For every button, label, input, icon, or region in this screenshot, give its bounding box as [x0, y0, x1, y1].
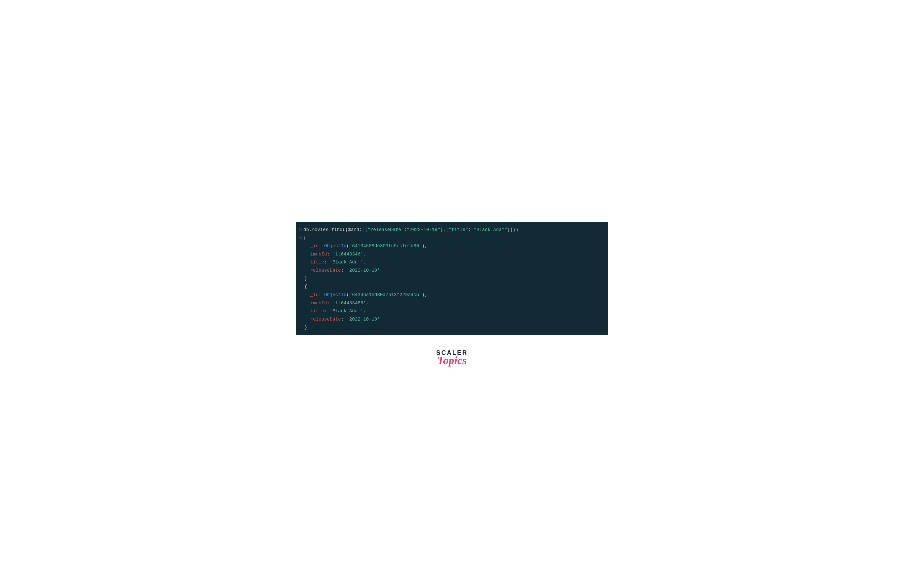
- query-string: "2022-10-19": [407, 227, 440, 232]
- result-field-id: _id: ObjectId("64346a1ed30a7513f229a4c5"…: [299, 291, 605, 299]
- paren-close: ): [422, 242, 425, 250]
- logo-line2: Topics: [437, 355, 466, 366]
- comma: ,: [425, 242, 428, 250]
- result-field-title: title: 'Black Adam',: [299, 307, 605, 315]
- field-key: imdbId: [310, 250, 327, 259]
- colon: :: [327, 250, 332, 259]
- comma: ,: [363, 258, 366, 266]
- brace-close: }: [304, 274, 307, 283]
- field-value: 'tt64433466': [332, 299, 366, 307]
- result-field-date: releaseDate: '2022-10-19': [299, 315, 605, 323]
- query-line: > db.movies.find({$and:[{"releaseDate":"…: [299, 226, 605, 234]
- colon: :: [327, 299, 332, 307]
- result-open-brace: < {: [299, 234, 605, 242]
- field-value: 'Black Adam': [330, 307, 363, 315]
- comma: ,: [363, 250, 366, 259]
- brace-close: }: [304, 323, 307, 331]
- colon: :: [319, 242, 324, 250]
- query-string: "releaseDate": [368, 227, 404, 232]
- field-value: 'tt6443346': [332, 250, 363, 259]
- result-close-brace: }: [299, 323, 605, 331]
- objectid-label: ObjectId: [324, 242, 347, 250]
- result-field-date: releaseDate: '2022-10-19': [299, 266, 605, 274]
- field-value: '2022-10-19': [347, 266, 380, 274]
- query-string: "title": [449, 227, 468, 232]
- query-segment: :: [404, 227, 407, 232]
- field-value: 'Black Adam': [330, 258, 363, 266]
- query-segment: :: [468, 227, 474, 232]
- colon: :: [324, 307, 330, 315]
- field-key: _id: [310, 291, 319, 299]
- field-key: imdbId: [310, 299, 327, 307]
- terminal-output-block: > db.movies.find({$and:[{"releaseDate":"…: [296, 222, 608, 335]
- scaler-topics-logo: SCALER Topics: [436, 350, 468, 366]
- colon: :: [341, 315, 347, 323]
- query-segment: db.movies.find({$and:[{: [303, 227, 368, 232]
- objectid-label: ObjectId: [324, 291, 347, 299]
- field-key: _id: [310, 242, 319, 250]
- result-open-brace: {: [299, 282, 605, 291]
- result-close-brace: }: [299, 274, 605, 283]
- field-value: "64346a1ed30a7513f229a4c5": [349, 291, 422, 299]
- paren-open: (: [347, 291, 349, 299]
- prompt-icon: >: [299, 226, 302, 234]
- field-value: "64134588de303fc9ecfefb86": [349, 242, 422, 250]
- field-key: title: [310, 258, 324, 266]
- brace-open: {: [304, 282, 307, 291]
- field-key: releaseDate: [310, 266, 341, 274]
- result-field-imdb: imdbId: 'tt6443346',: [299, 250, 605, 259]
- colon: :: [324, 258, 330, 266]
- brace-open: {: [303, 234, 307, 242]
- colon: :: [341, 266, 347, 274]
- field-key: title: [310, 307, 324, 315]
- query-text: db.movies.find({$and:[{"releaseDate":"20…: [303, 226, 518, 234]
- comma: ,: [425, 291, 428, 299]
- field-value: '2022-10-19': [347, 315, 380, 323]
- query-string: "Black Adam": [474, 227, 507, 232]
- paren-open: (: [347, 242, 349, 250]
- colon: :: [319, 291, 324, 299]
- comma: ,: [363, 307, 366, 315]
- comma: ,: [366, 299, 369, 307]
- result-field-title: title: 'Black Adam',: [299, 258, 605, 266]
- paren-close: ): [422, 291, 425, 299]
- result-field-imdb: imdbId: 'tt64433466',: [299, 299, 605, 307]
- query-segment: },{: [440, 227, 449, 232]
- query-segment: }]}): [507, 227, 518, 232]
- output-icon: <: [299, 234, 302, 242]
- field-key: releaseDate: [310, 315, 341, 323]
- result-field-id: _id: ObjectId("64134588de303fc9ecfefb86"…: [299, 242, 605, 250]
